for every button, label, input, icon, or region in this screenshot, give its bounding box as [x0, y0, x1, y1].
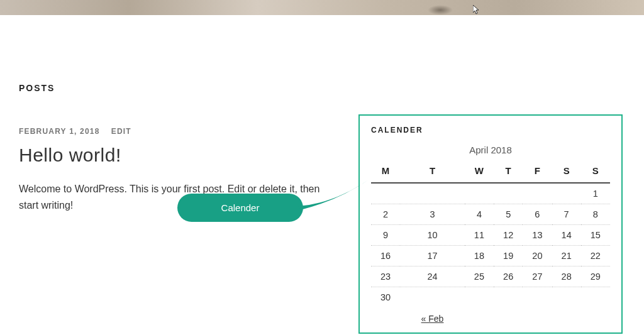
calendar-row: 30: [371, 287, 610, 308]
calendar-day: [552, 287, 581, 308]
calendar-weekday-row: M T W T F S S: [371, 160, 610, 183]
calendar-widget: CALENDER April 2018 M T W T F S S 123456…: [358, 114, 623, 334]
calendar-day[interactable]: 4: [465, 204, 494, 225]
calendar-row: 2345678: [371, 204, 610, 225]
weekday-tue: T: [400, 160, 465, 183]
calendar-day[interactable]: 5: [494, 204, 523, 225]
calendar-day[interactable]: 9: [371, 225, 400, 246]
calendar-day[interactable]: 25: [465, 266, 494, 287]
calendar-day[interactable]: 11: [465, 225, 494, 246]
calendar-prev-cell: « Feb: [400, 307, 465, 324]
calendar-day[interactable]: 27: [523, 266, 552, 287]
calendar-day[interactable]: 10: [400, 225, 465, 246]
calendar-day[interactable]: 13: [523, 225, 552, 246]
calendar-prev-link[interactable]: « Feb: [421, 314, 444, 324]
calendar-day[interactable]: 19: [494, 246, 523, 266]
weekday-wed: W: [465, 160, 494, 183]
calendar-day: [400, 287, 465, 308]
calendar-day: [523, 287, 552, 308]
posts-heading: POSTS: [19, 83, 340, 93]
calendar-day: [581, 287, 610, 308]
calendar-day[interactable]: 23: [371, 266, 400, 287]
calendar-day[interactable]: 15: [581, 225, 610, 246]
weekday-sat: S: [552, 160, 581, 183]
post-edit-link[interactable]: EDIT: [111, 127, 131, 136]
calendar-row: 23242526272829: [371, 266, 610, 287]
calendar-day[interactable]: 1: [581, 183, 610, 204]
calendar-day: [494, 183, 523, 204]
calendar-day[interactable]: 20: [523, 246, 552, 266]
post-meta: FEBRUARY 1, 2018 EDIT: [19, 127, 340, 136]
calendar-day[interactable]: 24: [400, 266, 465, 287]
calendar-day[interactable]: 3: [400, 204, 465, 225]
calendar-day: [523, 183, 552, 204]
calendar-day: [552, 183, 581, 204]
post-date-link[interactable]: FEBRUARY 1, 2018: [19, 127, 100, 136]
calendar-day[interactable]: 6: [523, 204, 552, 225]
calendar-day: [400, 183, 465, 204]
calendar-day[interactable]: 18: [465, 246, 494, 266]
calendar-day[interactable]: 17: [400, 246, 465, 266]
calendar-day: [465, 183, 494, 204]
calendar-table: April 2018 M T W T F S S 123456789101112…: [371, 145, 610, 324]
calendar-day[interactable]: 14: [552, 225, 581, 246]
post: FEBRUARY 1, 2018 EDIT Hello world! Welco…: [19, 127, 340, 213]
weekday-thu: T: [494, 160, 523, 183]
calendar-widget-title: CALENDER: [371, 126, 610, 135]
cursor-icon: [473, 5, 480, 15]
calendar-day: [371, 183, 400, 204]
calendar-day[interactable]: 30: [371, 287, 400, 308]
calendar-day[interactable]: 8: [581, 204, 610, 225]
sidebar: CALENDER April 2018 M T W T F S S 123456…: [358, 15, 623, 334]
calendar-day[interactable]: 26: [494, 266, 523, 287]
calendar-day[interactable]: 16: [371, 246, 400, 266]
post-title[interactable]: Hello world!: [19, 145, 340, 166]
calendar-day[interactable]: 28: [552, 266, 581, 287]
hero-banner: [0, 0, 644, 15]
calendar-row: 16171819202122: [371, 246, 610, 266]
calendar-body: 1234567891011121314151617181920212223242…: [371, 183, 610, 307]
calendar-row: 9101112131415: [371, 225, 610, 246]
weekday-fri: F: [523, 160, 552, 183]
weekday-mon: M: [371, 160, 400, 183]
main-content: POSTS FEBRUARY 1, 2018 EDIT Hello world!…: [19, 15, 358, 334]
calendar-day[interactable]: 21: [552, 246, 581, 266]
weekday-sun: S: [581, 160, 610, 183]
calendar-caption: April 2018: [371, 145, 610, 160]
calendar-row: 1: [371, 183, 610, 204]
calendar-day[interactable]: 22: [581, 246, 610, 266]
calendar-day: [465, 287, 494, 308]
calendar-day[interactable]: 7: [552, 204, 581, 225]
post-excerpt: Welcome to WordPress. This is your first…: [19, 181, 340, 213]
calendar-day[interactable]: 2: [371, 204, 400, 225]
calendar-day[interactable]: 29: [581, 266, 610, 287]
calendar-day[interactable]: 12: [494, 225, 523, 246]
calendar-day: [494, 287, 523, 308]
